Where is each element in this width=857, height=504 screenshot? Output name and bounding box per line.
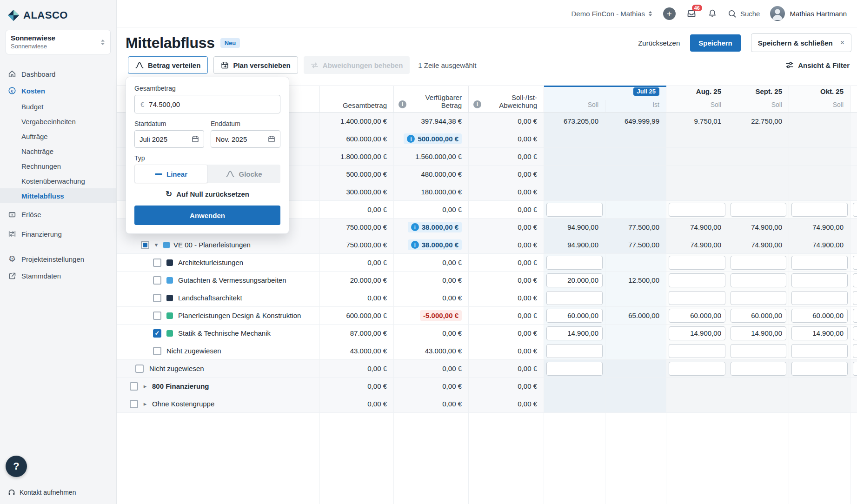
soll-input-partial[interactable] xyxy=(853,273,857,287)
soll-input[interactable] xyxy=(731,273,786,287)
type-bell-option[interactable]: Glocke xyxy=(208,165,280,183)
save-button[interactable]: Speichern xyxy=(690,34,741,52)
soll-input[interactable] xyxy=(546,309,603,323)
sidebar-item-nachtraege[interactable]: Nachträge xyxy=(0,144,116,159)
reset-button[interactable]: Zurücksetzen xyxy=(638,39,680,47)
row-checkbox[interactable] xyxy=(153,347,161,355)
gesamtbetrag-cell: 0,00 € xyxy=(320,289,394,306)
row-checkbox[interactable] xyxy=(135,365,144,373)
sidebar-item-kosten[interactable]: € Kosten xyxy=(0,82,116,99)
soll-input[interactable] xyxy=(669,291,725,305)
sidebar-item-finanzierung[interactable]: Finanzierung xyxy=(0,225,116,242)
info-icon[interactable]: i xyxy=(411,241,419,249)
soll-input[interactable] xyxy=(669,273,725,287)
shift-plan-button[interactable]: Plan verschieben xyxy=(213,56,298,74)
soll-input[interactable] xyxy=(731,291,786,305)
save-and-close-button[interactable]: Speichern & schließen × xyxy=(751,33,851,52)
soll-input[interactable] xyxy=(731,344,786,358)
sidebar-item-auftraege[interactable]: Aufträge xyxy=(0,129,116,144)
soll-input-partial[interactable] xyxy=(853,309,857,323)
sidebar-item-mittelabfluss[interactable]: Mittelabfluss xyxy=(0,188,116,203)
soll-input[interactable] xyxy=(546,326,603,340)
soll-input[interactable] xyxy=(669,256,725,270)
soll-input-partial[interactable] xyxy=(853,291,857,305)
row-checkbox[interactable] xyxy=(153,312,161,320)
sidebar-item-kostenueberwachung[interactable]: Kostenüberwachung xyxy=(0,173,116,188)
soll-input[interactable] xyxy=(731,326,786,340)
fix-deviations-button[interactable]: Abweichungen beheben xyxy=(304,56,410,74)
gesamtbetrag-cell: 0,00 € xyxy=(320,378,394,395)
row-checkbox[interactable] xyxy=(153,294,161,302)
soll-input[interactable] xyxy=(669,326,725,340)
start-date-input[interactable]: Juli 2025 xyxy=(134,130,204,148)
soll-input[interactable] xyxy=(731,256,786,270)
soll-input-partial[interactable] xyxy=(853,203,857,217)
soll-cell xyxy=(728,130,789,147)
sidebar-item-vergabeeinheiten[interactable]: Vergabeeinheiten xyxy=(0,114,116,129)
info-icon[interactable]: i xyxy=(411,223,419,231)
soll-input[interactable] xyxy=(546,344,603,358)
soll-input[interactable] xyxy=(791,256,848,270)
soll-input[interactable] xyxy=(669,203,725,217)
soll-input[interactable] xyxy=(731,309,786,323)
type-linear-option[interactable]: Linear xyxy=(134,165,208,183)
soll-input[interactable] xyxy=(546,273,603,287)
row-checkbox[interactable] xyxy=(130,400,138,408)
sidebar-item-erloese[interactable]: Erlöse xyxy=(0,206,116,223)
contact-button[interactable]: Kontakt aufnehmen xyxy=(7,488,76,497)
soll-input[interactable] xyxy=(791,362,848,376)
soll-input[interactable] xyxy=(669,309,725,323)
info-icon[interactable]: i xyxy=(399,100,406,108)
ist-cell xyxy=(605,289,666,306)
soll-input[interactable] xyxy=(791,273,848,287)
soll-input-partial[interactable] xyxy=(853,256,857,270)
caret-right-icon[interactable]: ▸ xyxy=(142,400,148,407)
search-button[interactable]: Suche xyxy=(728,9,760,18)
workspace-switcher[interactable]: Demo FinCon - Mathias xyxy=(571,10,653,18)
soll-input-partial[interactable] xyxy=(853,362,857,376)
help-button[interactable]: ? xyxy=(6,456,27,477)
total-amount-input[interactable]: € 74.500,00 xyxy=(134,95,280,113)
soll-input[interactable] xyxy=(546,291,603,305)
row-checkbox-indeterminate[interactable] xyxy=(141,241,149,249)
close-icon[interactable]: × xyxy=(840,39,844,47)
soll-input[interactable] xyxy=(791,203,848,217)
soll-input[interactable] xyxy=(546,203,603,217)
soll-input-partial[interactable] xyxy=(853,326,857,340)
row-checkbox[interactable] xyxy=(153,259,161,267)
sidebar-item-rechnungen[interactable]: Rechnungen xyxy=(0,159,116,173)
soll-input[interactable] xyxy=(791,344,848,358)
row-checkbox[interactable] xyxy=(130,382,138,391)
view-filter-button[interactable]: Ansicht & Filter xyxy=(785,61,850,69)
sidebar-item-projekteinstellungen[interactable]: ⚙ Projekteinstellungen xyxy=(0,251,116,267)
soll-input[interactable] xyxy=(669,344,725,358)
soll-input[interactable] xyxy=(731,362,786,376)
row-checkbox[interactable] xyxy=(153,276,161,285)
notifications-button[interactable] xyxy=(707,8,717,19)
soll-input[interactable] xyxy=(546,362,603,376)
soll-input[interactable] xyxy=(791,326,848,340)
table-row: Nicht zugewiesen 0,00 € 0,00 € 0,00 € xyxy=(117,360,857,378)
soll-input[interactable] xyxy=(546,256,603,270)
apply-button[interactable]: Anwenden xyxy=(134,206,280,225)
create-button[interactable]: + xyxy=(663,7,676,20)
sidebar-item-dashboard[interactable]: Dashboard xyxy=(0,66,116,82)
caret-right-icon[interactable]: ▸ xyxy=(142,383,148,390)
user-menu[interactable]: Mathias Hartmann xyxy=(770,6,847,21)
reset-to-zero-button[interactable]: ↻ Auf Null zurücksetzen xyxy=(134,189,280,199)
distribute-amount-button[interactable]: Betrag verteilen xyxy=(128,56,208,74)
inbox-button[interactable]: 46 xyxy=(686,8,697,19)
info-icon[interactable]: i xyxy=(407,135,415,143)
project-selector[interactable]: Sonnenwiese Sonnenwiese xyxy=(6,30,111,54)
soll-input[interactable] xyxy=(791,309,848,323)
row-checkbox-checked[interactable] xyxy=(153,329,161,338)
soll-input[interactable] xyxy=(731,203,786,217)
caret-down-icon[interactable]: ▾ xyxy=(153,241,159,248)
soll-input[interactable] xyxy=(791,291,848,305)
soll-input-partial[interactable] xyxy=(853,344,857,358)
soll-input[interactable] xyxy=(669,362,725,376)
sidebar-item-stammdaten[interactable]: Stammdaten xyxy=(0,267,116,284)
end-date-input[interactable]: Nov. 2025 xyxy=(211,130,280,148)
info-icon[interactable]: i xyxy=(473,100,481,108)
sidebar-item-budget[interactable]: Budget xyxy=(0,99,116,114)
